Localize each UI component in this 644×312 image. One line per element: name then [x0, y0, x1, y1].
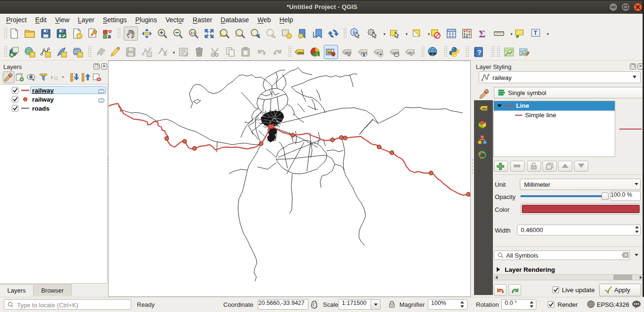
svg-text:ab: ab [328, 51, 331, 54]
svg-text:1:1: 1:1 [190, 31, 195, 35]
svg-text:abc: abc [298, 51, 305, 55]
svg-text:abc: abc [482, 106, 488, 111]
svg-text:Σ: Σ [479, 28, 485, 39]
svg-text:a: a [108, 33, 111, 39]
svg-text:?: ? [477, 49, 482, 56]
svg-text:ε: ε [51, 73, 54, 80]
svg-text:T: T [534, 30, 538, 36]
